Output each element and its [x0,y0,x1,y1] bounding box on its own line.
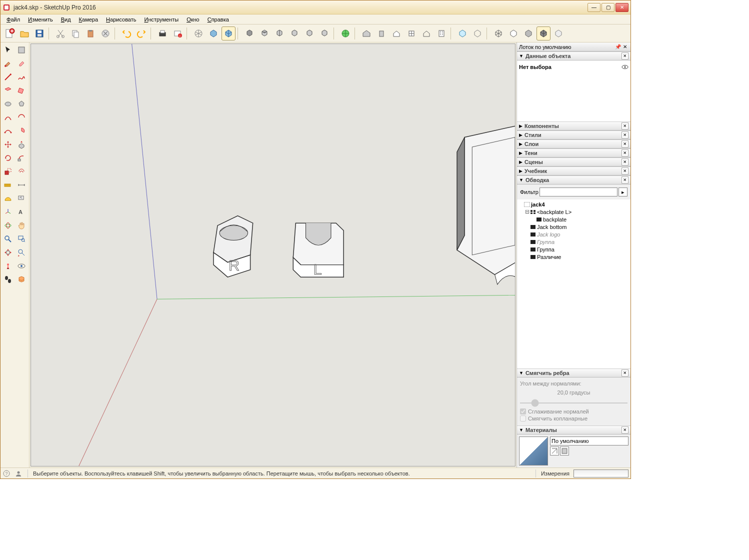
panel-outliner-header[interactable]: ▼Обводка✕ [517,176,630,184]
rotated-rect-tool[interactable] [15,84,28,97]
panel-entity-info-header[interactable]: ▼ Данные объекта ✕ [517,52,630,60]
outliner-item[interactable]: Jack logo [518,230,630,238]
panel-close-icon[interactable]: ✕ [622,140,628,148]
3pt-arc-tool[interactable] [2,124,14,138]
view-top-button[interactable] [258,26,272,40]
material-name-input[interactable] [550,436,628,446]
panel-close-icon[interactable]: ✕ [622,370,628,376]
filter-input[interactable] [540,188,618,196]
angle-slider[interactable] [520,402,628,404]
print-button[interactable] [156,26,170,40]
view-back-button[interactable] [302,26,316,40]
menu-camera[interactable]: Камера [75,16,102,24]
delete-button[interactable] [98,26,112,40]
select-tool[interactable] [2,44,14,56]
panel-close-icon[interactable]: ✕ [622,168,628,174]
paste-button[interactable] [84,26,98,40]
panel-close-icon[interactable]: ✕ [622,176,628,184]
menu-help[interactable]: Справка [204,16,233,24]
menu-window[interactable]: Окно [182,16,204,24]
menu-file[interactable]: Файл [2,16,24,24]
redo-button[interactable] [134,26,148,40]
material-create-button[interactable] [560,446,569,456]
iso-view-button[interactable] [192,26,206,40]
visibility-icon[interactable] [622,64,628,70]
section-tool[interactable] [15,273,28,286]
outliner-item[interactable]: Различие [518,253,630,260]
top-view-button[interactable] [206,26,220,40]
axes-tool[interactable] [2,206,14,218]
outliner-tree[interactable]: jack4 ⊟ <backplate L> backplate Jack bot… [517,200,630,268]
eraser-tool[interactable] [15,57,28,70]
2pt-arc-tool[interactable] [15,111,28,124]
tape-tool[interactable] [2,178,14,192]
3dtext-tool[interactable]: A [15,206,28,218]
view-left-button[interactable] [318,26,332,40]
panel-close-icon[interactable]: ✕ [622,122,628,130]
cut-button[interactable] [54,26,68,40]
panel-layers-header[interactable]: ▶Слои✕ [517,140,630,148]
open-file-button[interactable] [18,26,32,40]
panel-scenes-header[interactable]: ▶Сцены✕ [517,158,630,166]
shaded-button[interactable] [522,26,536,40]
monochrome-button[interactable] [552,26,566,40]
house-button[interactable] [390,26,404,40]
outliner-item[interactable]: Группа [518,246,630,253]
line-tool[interactable] [2,70,14,84]
3d-viewport[interactable]: R L [30,44,516,466]
rectangle-tool[interactable] [2,84,14,97]
outliner-item[interactable]: Jack bottom [518,223,630,230]
panel-instructor-header[interactable]: ▶Учебник✕ [517,166,630,176]
copy-button[interactable] [68,26,82,40]
help-icon[interactable]: ? [2,470,10,478]
panel-close-icon[interactable]: ✕ [622,52,628,60]
front-view-button[interactable] [222,26,236,40]
zoom-window-tool[interactable] [15,232,28,246]
new-file-button[interactable] [2,26,16,40]
building-button[interactable] [374,26,388,40]
save-file-button[interactable] [32,26,46,40]
panel-materials-header[interactable]: ▼Материалы✕ [517,426,630,434]
office-button[interactable] [434,26,448,40]
polygon-tool[interactable] [15,98,28,110]
hidden-line-button[interactable] [506,26,520,40]
panel-components-header[interactable]: ▶Компоненты✕ [517,122,630,130]
panel-close-icon[interactable]: ✕ [622,158,628,166]
smooth-normals-checkbox[interactable]: Сглаживание нормалей [520,408,628,414]
circle-tool[interactable] [2,98,14,110]
maximize-button[interactable]: ▢ [602,3,614,12]
text-tool[interactable]: A1 [15,192,28,205]
xray-button[interactable] [456,26,470,40]
measurements-value[interactable] [574,470,628,478]
tray-pin-icon[interactable]: 📌 [614,44,622,50]
window-button[interactable] [404,26,418,40]
panel-styles-header[interactable]: ▶Стили✕ [517,130,630,140]
orbit-tool[interactable] [2,219,14,232]
pie-tool[interactable] [15,124,28,138]
panel-close-icon[interactable]: ✕ [622,426,628,434]
undo-button[interactable] [120,26,134,40]
outliner-root[interactable]: jack4 [518,200,630,208]
outliner-item[interactable]: ⊟ <backplate L> [518,208,630,216]
collapse-icon[interactable]: ⊟ [524,208,530,215]
back-edges-button[interactable] [470,26,484,40]
outline-button[interactable] [420,26,434,40]
scale-tool[interactable] [2,165,14,178]
walk-tool[interactable] [2,273,14,286]
panel-close-icon[interactable]: ✕ [622,150,628,156]
arc-tool[interactable] [2,111,14,124]
geolocation-button[interactable] [338,26,352,40]
panel-shadows-header[interactable]: ▶Тени✕ [517,148,630,158]
zoom-tool[interactable] [2,232,14,246]
panel-close-icon[interactable]: ✕ [622,132,628,138]
minimize-button[interactable]: — [588,3,600,12]
dimension-tool[interactable] [15,178,28,192]
outliner-item[interactable]: backplate [518,216,630,223]
filter-menu-button[interactable]: ▸ [618,188,628,196]
look-around-tool[interactable] [15,260,28,272]
zoom-extents-tool[interactable] [2,246,14,259]
menu-tools[interactable]: Инструменты [140,16,183,24]
material-default-button[interactable] [550,446,559,456]
protractor-tool[interactable] [2,192,14,205]
component-tool[interactable] [15,44,28,56]
